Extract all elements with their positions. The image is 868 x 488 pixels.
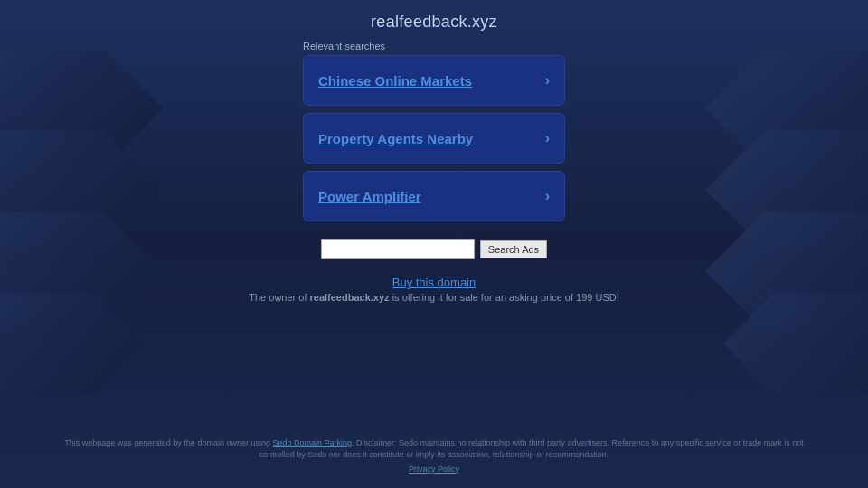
buy-domain-section: Buy this domain The owner of realfeedbac…	[249, 274, 618, 303]
buy-domain-desc-suffix: is offering it for sale for an asking pr…	[390, 292, 619, 303]
site-title: realfeedback.xyz	[371, 13, 497, 32]
search-card-1[interactable]: Chinese Online Markets ›	[303, 55, 565, 106]
search-ads-button[interactable]: Search Ads	[480, 240, 547, 258]
arrow-icon-2: ›	[545, 130, 550, 146]
search-input[interactable]	[321, 239, 475, 259]
footer-disclaimer-text: This webpage was generated by the domain…	[64, 438, 272, 447]
search-bar-row: Search Ads	[321, 239, 547, 259]
privacy-policy-link[interactable]: Privacy Policy	[54, 464, 814, 476]
search-cards-container: Chinese Online Markets › Property Agents…	[303, 55, 565, 229]
search-card-2-text: Property Agents Nearby	[318, 131, 473, 146]
buy-domain-name: realfeedback.xyz	[310, 292, 390, 303]
buy-domain-desc-prefix: The owner of	[249, 292, 309, 303]
arrow-icon-1: ›	[545, 72, 550, 89]
search-card-3[interactable]: Power Amplifier ›	[303, 171, 565, 221]
footer-disclaimer: This webpage was generated by the domain…	[0, 437, 868, 476]
buy-domain-description: The owner of realfeedback.xyz is offerin…	[249, 292, 618, 303]
search-card-2[interactable]: Property Agents Nearby ›	[303, 113, 565, 164]
search-card-3-text: Power Amplifier	[318, 189, 421, 204]
search-card-1-text: Chinese Online Markets	[318, 73, 472, 89]
sedo-link[interactable]: Sedo Domain Parking	[272, 438, 352, 447]
buy-domain-link[interactable]: Buy this domain	[392, 276, 476, 289]
relevant-searches-label: Relevant searches	[303, 41, 385, 52]
arrow-icon-3: ›	[545, 188, 550, 204]
main-content: realfeedback.xyz Relevant searches Chine…	[0, 0, 868, 303]
